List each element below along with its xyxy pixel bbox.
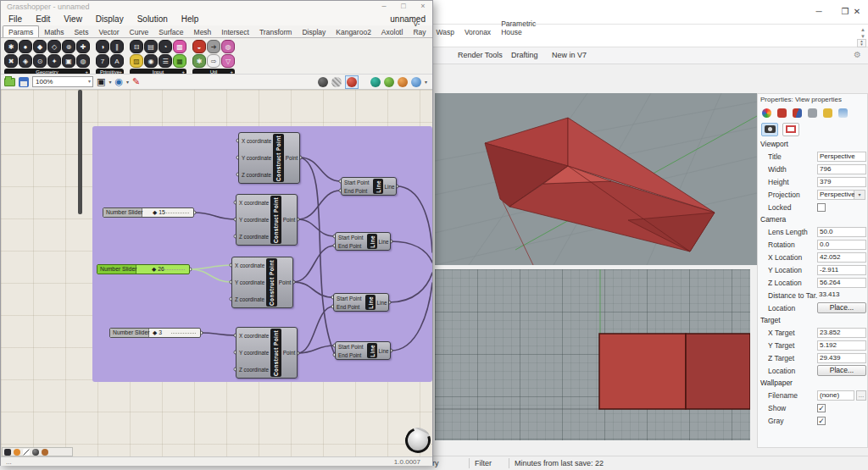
input-start-point[interactable]: Start Point	[336, 344, 367, 350]
slider-knob-icon[interactable]: ◆	[153, 209, 157, 215]
primitive-icon[interactable]: 7	[96, 54, 109, 68]
tab-display[interactable]: Display	[297, 26, 331, 37]
ball-icon[interactable]	[793, 108, 802, 118]
locked-checkbox[interactable]	[817, 203, 826, 212]
browse-button[interactable]: …	[856, 390, 866, 401]
input-icon[interactable]: ☰	[159, 54, 172, 68]
slider-track[interactable]: ◆ 15	[142, 208, 193, 217]
x-location-field[interactable]: 42.052	[817, 252, 866, 263]
tab-new-in-v7[interactable]: New in V7	[552, 51, 587, 59]
place-target-button[interactable]: Place...	[817, 365, 866, 376]
construct-point-component[interactable]: X coordinateY coordinateZ coordinate Con…	[231, 257, 293, 308]
sphere-widget-icon[interactable]	[32, 449, 39, 456]
open-file-icon[interactable]	[4, 78, 15, 86]
properties-icon[interactable]	[762, 108, 771, 118]
output-point[interactable]: Point	[284, 133, 299, 183]
preview-off-icon[interactable]	[318, 77, 328, 87]
top-viewport[interactable]	[435, 269, 750, 440]
tab-sets[interactable]: Sets	[69, 26, 93, 37]
input-x-coordinate[interactable]: X coordinate	[236, 333, 270, 339]
util-icon[interactable]: ⇨	[207, 54, 220, 68]
geometry-icon[interactable]: ◈	[19, 54, 32, 68]
chevron-down-icon[interactable]: ▾	[854, 190, 865, 200]
input-z-coordinate[interactable]: Z coordinate	[236, 234, 270, 240]
geometry-icon[interactable]: ◇	[47, 40, 61, 53]
z-target-field[interactable]: 29.439	[817, 353, 866, 363]
output-line[interactable]: Line	[383, 178, 396, 195]
input-icon[interactable]: ◔	[159, 40, 172, 53]
input-y-coordinate[interactable]: Y coordinate	[239, 155, 273, 161]
gear-icon[interactable]: ⚙	[854, 50, 861, 59]
input-start-point[interactable]: Start Point	[334, 296, 365, 301]
tab-surface[interactable]: Surface	[153, 26, 188, 37]
material-icon[interactable]	[777, 108, 787, 118]
tab-params[interactable]: Params	[3, 25, 39, 37]
input-y-coordinate[interactable]: Y coordinate	[236, 350, 270, 356]
geometry-icon[interactable]: ✦	[47, 54, 61, 68]
ball-orange-icon[interactable]	[398, 77, 408, 87]
geometry-icon[interactable]: ◆	[33, 40, 47, 53]
menu-solution[interactable]: Solution	[137, 14, 168, 24]
output-point[interactable]: Point	[281, 328, 297, 378]
rotation-field[interactable]: 0.0	[817, 240, 866, 250]
util-icon[interactable]: ✱	[192, 54, 206, 68]
gray-checkbox[interactable]: ✓	[817, 417, 826, 425]
gem-green-icon[interactable]	[384, 77, 394, 87]
geometry-icon[interactable]: ⊕	[62, 40, 75, 53]
input-x-coordinate[interactable]: X coordinate	[232, 263, 266, 268]
x-target-field[interactable]: 23.852	[817, 328, 866, 338]
input-end-point[interactable]: End Point	[334, 304, 365, 310]
menu-file[interactable]: File	[8, 14, 22, 24]
filter-toggle[interactable]: Filter	[475, 459, 492, 467]
construct-point-component[interactable]: X coordinateY coordinateZ coordinate Con…	[236, 327, 298, 379]
gh-close-button[interactable]: ×	[415, 2, 431, 10]
line-component[interactable]: Start PointEnd Point Line Line	[335, 341, 391, 360]
input-x-coordinate[interactable]: X coordinate	[239, 138, 273, 144]
show-checkbox[interactable]: ✓	[817, 404, 826, 412]
width-field[interactable]: 796	[817, 164, 866, 174]
zoom-level-select[interactable]: 100%▾	[32, 76, 93, 87]
input-icon[interactable]: ◉	[144, 54, 158, 68]
input-start-point[interactable]: Start Point	[336, 235, 367, 241]
line-component[interactable]: Start PointEnd Point Line Line	[333, 293, 389, 312]
input-end-point[interactable]: End Point	[336, 352, 367, 358]
preview-eye-icon[interactable]: ◉	[114, 76, 123, 87]
output-point[interactable]: Point	[281, 195, 297, 245]
gh-maximize-button[interactable]: □	[396, 2, 411, 10]
input-icon[interactable]: ▦	[173, 54, 186, 68]
pencil-icon[interactable]	[808, 108, 817, 118]
ball-blue-icon[interactable]	[411, 77, 421, 87]
tab-transform[interactable]: Transform	[254, 26, 297, 37]
menu-display[interactable]: Display	[96, 14, 124, 24]
rhino-close-button[interactable]: ✕	[848, 5, 866, 19]
gh-titlebar[interactable]: Grasshopper - unnamed – □ ×	[1, 1, 432, 13]
output-line[interactable]: Line	[377, 342, 390, 359]
input-y-coordinate[interactable]: Y coordinate	[236, 217, 270, 223]
shaded-preview-selected[interactable]	[345, 75, 359, 89]
y-location-field[interactable]: -2.911	[817, 265, 866, 275]
tab-mesh[interactable]: Mesh	[189, 26, 217, 37]
primitive-icon[interactable]: A	[110, 54, 124, 68]
slider-knob-icon[interactable]: ◆	[152, 266, 156, 272]
chevron-down-icon[interactable]: ▾	[425, 79, 427, 85]
util-icon[interactable]: ▽	[221, 54, 235, 68]
util-icon[interactable]: ➔	[207, 40, 220, 53]
line-component[interactable]: Start PointEnd Point Line Line	[335, 232, 391, 251]
menu-view[interactable]: View	[64, 14, 82, 24]
primitive-icon[interactable]: ◑	[96, 40, 109, 53]
input-end-point[interactable]: End Point	[342, 188, 373, 194]
tab-render-tools[interactable]: Render Tools	[458, 51, 503, 59]
geometry-icon[interactable]: ▣	[62, 54, 75, 68]
z-location-field[interactable]: 56.264	[817, 278, 866, 288]
gem-teal-icon[interactable]	[370, 77, 381, 87]
util-icon[interactable]: ◒	[192, 40, 206, 53]
util-icon[interactable]: ◍	[221, 40, 235, 53]
geometry-icon[interactable]: ⊙	[33, 54, 47, 68]
menu-edit[interactable]: Edit	[36, 14, 50, 24]
filename-field[interactable]: (none)	[817, 390, 854, 401]
geometry-icon[interactable]: ✚	[76, 40, 90, 53]
geometry-icon[interactable]: ●	[19, 40, 32, 53]
chevron-down-icon[interactable]: ▾	[108, 79, 111, 85]
sketch-pencil-icon[interactable]: ✎	[132, 76, 140, 87]
slider-knob-icon[interactable]: ◆	[153, 329, 157, 335]
